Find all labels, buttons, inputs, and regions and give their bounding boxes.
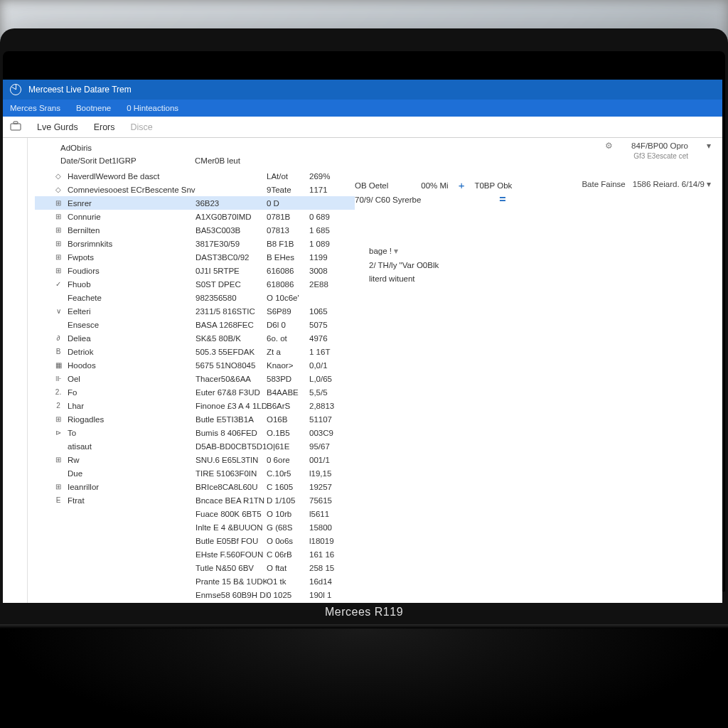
row-val1: Enmse58 60B9H DI <box>196 591 267 599</box>
tree-row[interactable]: ⊞ConnurieA1XG0B70IMD0781B0 689 <box>35 210 355 223</box>
tree-row[interactable]: BDetriok505.3 55EFDAKZt a1 16T <box>35 345 355 358</box>
row-val2: C.10r5 <box>267 469 309 478</box>
tree-row[interactable]: Feachete982356580O 10c6e' <box>35 291 355 304</box>
tree-row[interactable]: EnsesceBASA 1268FECD6l 05075 <box>35 318 355 331</box>
row-name: Rw <box>68 456 196 464</box>
tree-row[interactable]: ⊞Foudiors0J1I 5RTPE6160863008 <box>35 264 355 277</box>
row-val2: 6o. ot <box>267 334 309 343</box>
settings-icon[interactable]: ⚙ <box>605 141 613 151</box>
row-val1: TIRE 51063F0IN <box>196 469 267 478</box>
row-val1: A1XG0B70IMD <box>196 213 267 221</box>
col-cmac[interactable]: CMer0B leut <box>195 156 259 165</box>
row-val1: 5675 51NO8045 <box>196 361 267 370</box>
readout-line1: 2/ TH/ly "Var O0Blk <box>369 259 439 273</box>
tree-row[interactable]: Butle E05Bf FOUO 0o6sl18019 <box>35 534 355 547</box>
row-icon: ⊞ <box>52 267 65 274</box>
row-name: Borsrimnkits <box>68 240 196 248</box>
tree-row[interactable]: ⊞Esnrer36B230 D <box>35 196 355 210</box>
tree-row[interactable]: ∨Eelteri2311/5 816STICS6P891065 <box>35 304 355 318</box>
screen-bezel: Merceest Live Datare Trem Merces Srans B… <box>3 51 725 592</box>
row-val2: 0 D <box>267 199 309 208</box>
menu-bootline[interactable]: Bootnene <box>76 104 111 112</box>
row-icon: 2. <box>52 388 65 396</box>
tree-row[interactable]: ⊳ToBumis 8 406FEDO.1B5003C9 <box>35 426 355 439</box>
row-name: Feachete <box>68 294 196 302</box>
row-name: Detriok <box>68 348 196 356</box>
tree-row[interactable]: ⊞Borsrimnkits3817E30/59B8 F1B1 089 <box>35 237 355 250</box>
tree-row[interactable]: ◇Comneviesooest ECrBescente Snvos9Teate1… <box>35 183 355 196</box>
tree-row[interactable]: Tutle N&50 6BVO ftat258 15 <box>35 561 355 574</box>
row-val3: 190l 1 <box>309 591 345 599</box>
column-headers: Date/Sorit Det1IGRP CMer0B leut <box>35 155 355 169</box>
tree-row[interactable]: 2.FoEuter 67&8 F3UDB4AABE5,5/5 <box>35 385 355 399</box>
row-val3: 1 685 <box>309 226 345 235</box>
tree-row[interactable]: ∂DelieaSK&5 80B/K6o. ot4976 <box>35 331 355 345</box>
row-val3: 001/1 <box>309 456 345 464</box>
row-name: Eelteri <box>68 307 196 316</box>
tab-disce[interactable]: Disce <box>131 122 153 132</box>
tree-row[interactable]: atisautD5AB-BD0CBT5D1O|61E95/67 <box>35 439 355 453</box>
range-value[interactable]: 1586 Reiard. 6/14/9 <box>633 179 711 189</box>
row-val1: DAST3BC0/92 <box>196 253 267 262</box>
equals-icon[interactable]: = <box>499 193 505 206</box>
toolbar: Lve Gurds Erors Disce <box>3 117 722 138</box>
tree-row[interactable]: DueTIRE 51063F0INC.10r5l19,15 <box>35 466 355 480</box>
tree-row[interactable]: EFtratBncace BEA R1TND 1/10575615 <box>35 493 355 507</box>
tree-row[interactable]: Fuace 800K 6BT5O 10rbl5611 <box>35 507 355 520</box>
row-icon: ⊞ <box>52 199 65 207</box>
row-val1: Fuace 800K 6BT5 <box>196 510 267 518</box>
menu-interactions[interactable]: 0 Hinteactions <box>127 104 178 112</box>
row-val2: O 10rb <box>267 510 309 518</box>
row-name: Fwpots <box>68 253 196 262</box>
tree-row[interactable]: ⊞RiogadlesButle E5TI3B1AO16B51107 <box>35 412 355 426</box>
range-label: Bate Fainse <box>582 180 625 188</box>
tree-row[interactable]: EHste F.560FOUNC 06rB161 16 <box>35 547 355 561</box>
info-dropdown[interactable] <box>707 141 711 151</box>
row-icon: ⊞ <box>52 253 65 261</box>
data-tree[interactable]: ◇HaverdlWeword Be dasctLAt/ot269%◇Comnev… <box>35 169 355 603</box>
tree-row[interactable]: ⊞RwSNU.6 E65L3TlN0 6ore001/1 <box>35 453 355 466</box>
filter-field2: 00% Mi <box>421 181 448 190</box>
col-data[interactable]: Date/Sorit Det1IGRP <box>35 156 195 165</box>
tree-row[interactable]: ⊪OelThacer50&6AA583PDL,0/65 <box>35 372 355 385</box>
row-val3: l18019 <box>309 537 345 545</box>
row-icon: ◇ <box>52 186 65 193</box>
tab-live-cards[interactable]: Lve Gurds <box>37 122 78 132</box>
tree-row[interactable]: ▦Hoodos5675 51NO8045Knaor>0,0/1 <box>35 358 355 372</box>
plus-icon[interactable]: + <box>459 179 465 191</box>
side-readout: bage ! ▾ 2/ TH/ly "Var O0Blk literd witu… <box>369 245 439 287</box>
left-gutter <box>3 138 28 603</box>
tree-row[interactable]: Enmse58 60B9H DI0 1025190l 1 <box>35 588 355 601</box>
briefcase-icon[interactable] <box>10 121 21 133</box>
laptop-frame: Merceest Live Datare Trem Merces Srans B… <box>0 28 728 711</box>
titlebar: Merceest Live Datare Trem <box>3 80 722 100</box>
tree-row[interactable]: ◇HaverdlWeword Be dasctLAt/ot269% <box>35 169 355 183</box>
row-val2: 9Teate <box>267 186 309 194</box>
row-val2: C 06rB <box>267 550 309 559</box>
app-window: Merceest Live Datare Trem Merces Srans B… <box>3 80 722 603</box>
row-val2: B6ArS <box>267 402 309 410</box>
row-val2: B4AABE <box>267 388 309 397</box>
tree-row[interactable]: 2LharFinonoe £3 A 4 1LDB6ArS2,8813 <box>35 399 355 412</box>
tree-row[interactable]: ⊞BerniltenBA53C003B078131 685 <box>35 223 355 237</box>
tree-row[interactable]: Prante 15 B& 1UDKO1 tk16d14 <box>35 574 355 588</box>
tree-row[interactable]: ⊞IeanrillorBRIce8CA8L60UC 160519257 <box>35 480 355 493</box>
row-val3: 1065 <box>309 307 345 316</box>
row-val3: 2E88 <box>309 280 345 289</box>
row-val3: 269% <box>309 172 345 181</box>
row-icon: ⊪ <box>52 375 65 382</box>
row-icon: E <box>52 496 65 504</box>
menu-sources[interactable]: Merces Srans <box>10 104 60 112</box>
row-name: Fhuob <box>68 280 196 289</box>
row-val3: 003C9 <box>309 429 345 437</box>
row-val1: Inlte E 4 &BUUON <box>196 523 267 532</box>
readout-label: bage ! <box>369 247 392 255</box>
tree-row[interactable]: ✓FhuobS0ST DPEC6180862E88 <box>35 277 355 291</box>
tree-row[interactable]: ⊞FwpotsDAST3BC0/92B EHes1199 <box>35 250 355 264</box>
filter-sub1: 70/9/ C60 Syrerbe <box>355 196 421 204</box>
tab-errors[interactable]: Erors <box>94 122 115 132</box>
row-val2: S6P89 <box>267 307 309 316</box>
tree-row[interactable]: Inlte E 4 &BUUONG (68S15800 <box>35 520 355 534</box>
tree-row[interactable]: Enmoas D1AIREE inor18611 <box>35 601 355 603</box>
filter-row: OB Oetel 00% Mi + T0BP Obk <box>355 179 512 191</box>
